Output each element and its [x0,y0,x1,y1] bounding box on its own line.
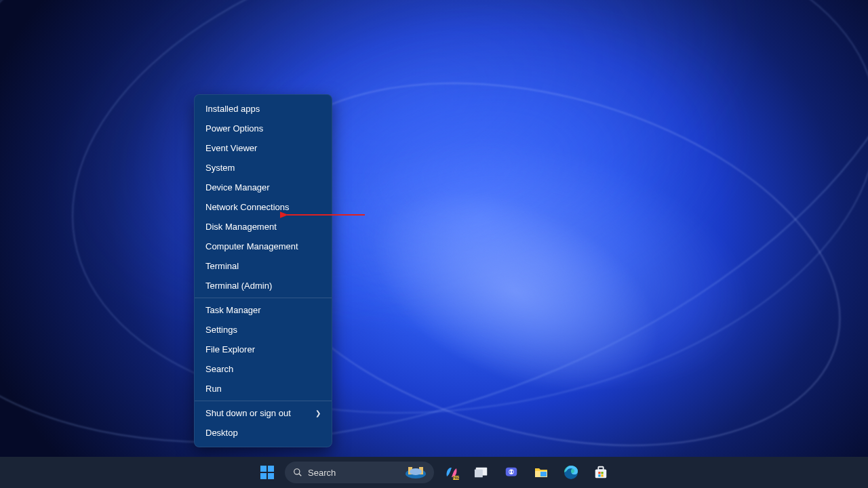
svg-rect-23 [601,474,603,476]
chat-icon [504,465,519,480]
svg-rect-16 [540,472,547,476]
svg-rect-19 [598,467,603,470]
menu-separator [195,298,332,298]
task-view-icon [474,465,489,480]
search-icon [293,468,302,477]
menu-item-file-explorer[interactable]: File Explorer [195,340,332,359]
menu-separator [195,401,332,401]
svg-rect-18 [595,469,607,478]
menu-item-network-connections[interactable]: Network Connections [195,197,332,217]
taskbar-icon-chat[interactable] [499,460,524,485]
svg-rect-21 [601,472,603,474]
menu-item-terminal[interactable]: Terminal [195,256,332,276]
menu-item-power-options[interactable]: Power Options [195,119,332,138]
taskbar-icon-copilot[interactable]: PRE [439,460,464,485]
chevron-right-icon: ❯ [315,409,321,417]
menu-item-run[interactable]: Run [195,379,332,399]
svg-line-2 [299,474,302,476]
menu-item-task-manager[interactable]: Task Manager [195,300,332,320]
windows-logo-icon [260,466,274,479]
taskbar-search[interactable]: Search [285,462,434,483]
menu-item-terminal-admin[interactable]: Terminal (Admin) [195,276,332,296]
taskbar-icon-edge[interactable] [559,460,583,485]
file-explorer-icon [533,464,549,481]
menu-item-disk-management[interactable]: Disk Management [195,217,332,237]
search-placeholder: Search [308,468,336,478]
menu-item-event-viewer[interactable]: Event Viewer [195,138,332,158]
start-button[interactable] [255,460,279,485]
search-highlight-icon [404,465,427,480]
menu-item-installed-apps[interactable]: Installed apps [195,99,332,119]
menu-item-system[interactable]: System [195,158,332,178]
svg-rect-13 [509,470,511,473]
copilot-icon: PRE [443,464,460,481]
taskbar-icon-store[interactable] [589,460,613,485]
desktop-wallpaper [0,0,868,488]
menu-item-settings[interactable]: Settings [195,320,332,340]
taskbar-icon-task-view[interactable] [469,460,494,485]
menu-item-computer-management[interactable]: Computer Management [195,237,332,256]
menu-item-device-manager[interactable]: Device Manager [195,178,332,197]
svg-point-1 [294,469,300,474]
svg-rect-22 [598,474,600,476]
svg-point-6 [410,468,422,475]
start-context-menu: Installed apps Power Options Event Viewe… [194,94,332,447]
menu-item-desktop[interactable]: Desktop [195,423,332,443]
svg-rect-14 [512,470,513,473]
svg-text:PRE: PRE [452,476,460,480]
taskbar: Search PRE [0,457,868,488]
svg-rect-10 [475,469,483,477]
menu-item-shut-down[interactable]: Shut down or sign out ❯ [195,403,332,423]
taskbar-icon-file-explorer[interactable] [529,460,553,485]
menu-item-search[interactable]: Search [195,359,332,379]
microsoft-store-icon [593,465,608,480]
edge-icon [563,464,579,481]
svg-rect-20 [598,472,600,474]
